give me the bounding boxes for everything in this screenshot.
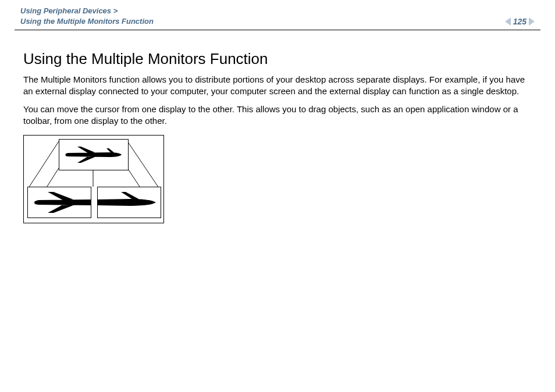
page-number: 125 [513, 17, 526, 26]
document-page: Using Peripheral Devices > Using the Mul… [0, 0, 555, 392]
paragraph-2: You can move the cursor from one display… [23, 104, 532, 127]
page-header: Using Peripheral Devices > Using the Mul… [15, 6, 540, 30]
monitor-bottom-right [97, 187, 161, 218]
page-title: Using the Multiple Monitors Function [23, 50, 532, 68]
breadcrumb-current: Using the Multiple Monitors Function [20, 16, 154, 27]
multi-monitor-figure [23, 135, 164, 223]
airplane-full-icon [63, 145, 124, 165]
svg-line-0 [29, 141, 59, 188]
svg-line-1 [127, 141, 159, 188]
breadcrumb-section: Using Peripheral Devices > [20, 6, 154, 16]
breadcrumb: Using Peripheral Devices > Using the Mul… [20, 6, 154, 26]
paragraph-1: The Multiple Monitors function allows yo… [23, 74, 532, 98]
page-nav: 125 [505, 17, 535, 26]
prev-page-icon[interactable] [505, 17, 511, 26]
next-page-icon[interactable] [529, 17, 535, 26]
monitor-bottom-left [27, 187, 91, 218]
page-content: Using the Multiple Monitors Function The… [15, 30, 540, 223]
monitor-top [59, 139, 129, 170]
airplane-left-half-icon [28, 191, 91, 214]
airplane-right-half-icon [98, 191, 161, 214]
